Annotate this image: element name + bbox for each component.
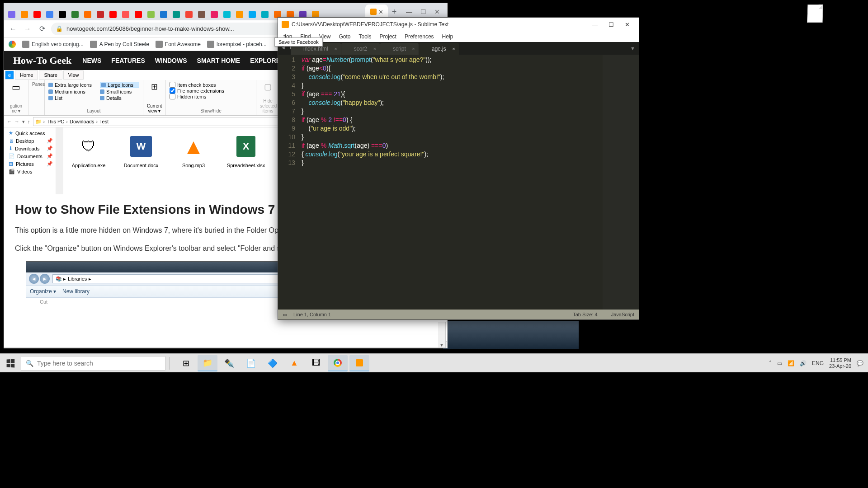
close-tab-icon[interactable]: × [452,46,455,52]
file-icon: W [127,133,155,160]
syntax-indicator[interactable]: JavaScript [611,312,634,317]
editor-area[interactable]: 12345678910111213 var age=Number(prompt(… [278,55,639,310]
sublime-minimize-button[interactable]: — [586,21,603,28]
chrome-tab[interactable] [69,9,81,20]
apps-button[interactable] [9,41,16,48]
chrome-tab[interactable] [107,9,119,20]
language-indicator[interactable]: ENG [812,360,824,366]
menu-help[interactable]: Help [439,33,457,41]
taskbar-vlc[interactable]: ▲ [284,355,304,371]
site-nav-item[interactable]: SMART HOME [197,57,241,64]
chrome-tab[interactable] [183,9,195,20]
chrome-tab[interactable] [259,9,271,20]
editor-tab[interactable]: scor2× [341,43,380,55]
bookmark-item[interactable]: lorempixel - placeh... [207,41,267,48]
taskbar-app[interactable]: ✒️ [219,355,239,371]
code-editor[interactable]: var age=Number(prompt("what s your age?"… [300,55,603,310]
forward-button[interactable]: → [22,25,33,33]
file-item: 🛡Application.exe [69,133,108,168]
search-placeholder: Type here to search [37,360,93,367]
editor-tab[interactable]: script× [380,43,419,55]
chrome-tab[interactable] [170,9,182,20]
menu-preferences[interactable]: Preferences [401,33,438,41]
favicon-icon [135,11,142,18]
back-button[interactable]: ← [8,25,19,33]
chrome-tab[interactable] [44,9,56,20]
favicon-icon [198,11,205,18]
vertical-scroll-down-icon[interactable]: ▼ [438,322,445,347]
bookmark-favicon-icon [22,41,29,48]
new-tab-button[interactable]: + [388,5,401,18]
notifications-icon[interactable]: 💬 [857,360,863,366]
chrome-tab[interactable] [158,9,170,20]
site-nav-item[interactable]: EXPLORE [250,57,280,64]
taskbar-search[interactable]: 🔍 Type here to search [21,356,165,371]
chrome-tab[interactable] [234,9,245,20]
taskbar-chrome[interactable] [328,355,348,371]
chrome-tab[interactable] [6,9,18,20]
sublime-maximize-button[interactable]: ☐ [603,21,619,28]
site-logo[interactable]: How-To Geek [13,55,71,66]
close-tab-icon[interactable]: ✕ [378,9,383,15]
tab-overflow-icon[interactable]: ▼ [630,46,635,51]
chrome-tab[interactable] [208,9,220,20]
wifi-icon[interactable]: 📶 [788,360,794,366]
desktop-text-file-icon[interactable] [807,5,823,23]
tab-size-indicator[interactable]: Tab Size: 4 [573,312,597,317]
favicon-icon [160,11,167,18]
tab-label: scor2 [354,46,367,52]
bookmark-label: lorempixel - placeh... [217,41,267,47]
console-toggle-icon[interactable]: ▭ [283,312,287,318]
menu-tools[interactable]: Tools [355,33,375,41]
chrome-tab[interactable] [132,9,144,20]
chrome-tab[interactable] [82,9,94,20]
tray-chevron-icon[interactable]: ˄ [769,360,772,366]
sublime-statusbar: ▭ Line 1, Column 1 Tab Size: 4 JavaScrip… [278,310,639,319]
chrome-tab[interactable] [19,9,30,20]
minimize-button[interactable]: — [406,8,412,15]
chrome-tab[interactable] [31,9,43,20]
taskbar-app[interactable]: 📄 [241,355,261,371]
windows-logo-icon [7,359,15,367]
chrome-tab[interactable] [57,9,68,20]
line-gutter: 12345678910111213 [278,55,300,310]
start-button[interactable] [0,354,21,372]
favicon-icon [46,11,53,18]
close-tab-icon[interactable]: × [412,46,415,52]
menu-goto[interactable]: Goto [335,33,354,41]
clock[interactable]: 11:55 PM 23-Apr-20 [829,357,851,369]
site-nav-item[interactable]: NEWS [82,57,101,64]
bookmark-item[interactable]: A Pen by Colt Steele [90,41,149,48]
editor-tab[interactable]: age.js× [419,43,459,55]
minimap[interactable] [603,55,639,310]
taskbar-app[interactable]: 🔷 [263,355,283,371]
chrome-tab[interactable] [120,9,132,20]
favicon-icon [84,11,91,18]
menu-project[interactable]: Project [376,33,400,41]
chrome-tab[interactable] [145,9,157,20]
close-tab-icon[interactable]: × [334,46,337,52]
maximize-button[interactable]: ☐ [420,8,426,15]
tab-label: age.js [432,46,446,52]
taskbar-sublime[interactable] [349,355,369,371]
taskbar-file-explorer[interactable]: 📁 [198,355,217,371]
site-nav-item[interactable]: FEATURES [111,57,145,64]
sublime-close-button[interactable]: ✕ [619,21,635,28]
chrome-tab[interactable] [94,9,106,20]
close-button[interactable]: ✕ [434,8,440,15]
chrome-tab[interactable] [246,9,258,20]
volume-icon[interactable]: 🔊 [800,360,807,366]
bookmark-item[interactable]: English verb conjug... [22,41,84,48]
close-tab-icon[interactable]: × [373,46,376,52]
bookmark-label: Font Awesome [165,41,201,47]
reload-button[interactable]: ⟳ [37,24,47,33]
battery-icon[interactable]: ▭ [777,360,782,366]
taskbar-app[interactable]: 🎞 [306,355,326,371]
bookmark-item[interactable]: Font Awesome [156,41,201,48]
favicon-icon [249,11,256,18]
sublime-titlebar[interactable]: C:\Users\VV\Desktop\WEBDEVPROJECTS\age.j… [278,18,639,31]
task-view-button[interactable]: ⊞ [176,355,196,371]
chrome-tab[interactable] [196,9,208,20]
site-nav-item[interactable]: WINDOWS [155,57,187,64]
chrome-tab[interactable] [221,9,233,20]
